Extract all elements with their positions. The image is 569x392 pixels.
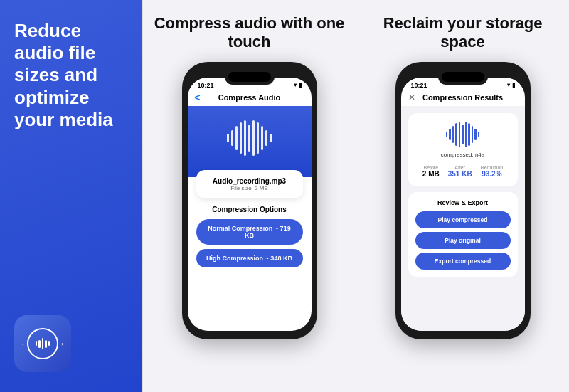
stat-after: After 351 KB bbox=[448, 165, 472, 178]
high-compression-button[interactable]: High Compression ~ 348 KB bbox=[196, 249, 303, 267]
waveform-bars-icon bbox=[36, 336, 50, 351]
play-compressed-button[interactable]: Play compressed bbox=[415, 211, 511, 228]
status-time-1: 10:21 bbox=[198, 82, 214, 89]
stat-after-value: 351 KB bbox=[448, 170, 472, 178]
screen1-blue-area bbox=[188, 106, 312, 177]
arrow-left-icon: ← bbox=[20, 338, 30, 349]
screen2-body: compressed.m4a Before 2 MB After 351 KB … bbox=[401, 106, 525, 331]
waveform-circle-icon bbox=[27, 328, 58, 359]
phone-screen-2: 10:21 ▾ ▮ ✕ Compression Results bbox=[401, 78, 525, 331]
panel3-title: Reclaim your storage space bbox=[363, 14, 562, 52]
phone-screen-1: 10:21 ▾ ▮ < Compress Audio bbox=[188, 78, 312, 331]
compression-options-section: Compression Options Normal Compression ~… bbox=[188, 198, 312, 331]
phone-notch-1 bbox=[225, 69, 275, 85]
status-time-2: 10:21 bbox=[411, 82, 427, 89]
normal-compression-button[interactable]: Normal Compression ~ 719 KB bbox=[196, 219, 303, 245]
panel2-title: Compress audio with one touch bbox=[150, 14, 349, 52]
panel1-title: Reduce audio file sizes and optimize you… bbox=[14, 20, 128, 131]
screen2-header: ✕ Compression Results bbox=[401, 90, 525, 106]
battery-icon-2: ▮ bbox=[512, 82, 515, 88]
phone-notch-pill-2 bbox=[442, 72, 484, 82]
panel-reduce: Reduce audio file sizes and optimize you… bbox=[0, 0, 142, 392]
close-button[interactable]: ✕ bbox=[408, 92, 415, 102]
export-section-title: Review & Export bbox=[415, 199, 511, 206]
result-waveform-icon bbox=[446, 122, 480, 147]
stat-reduction: Reduction 93.2% bbox=[481, 165, 504, 178]
file-name: Audio_recording.mp3 bbox=[205, 177, 294, 185]
stat-before-label: Before bbox=[422, 165, 440, 170]
stat-before: Before 2 MB bbox=[422, 165, 440, 178]
arrow-right-icon: → bbox=[55, 338, 65, 349]
stat-reduction-label: Reduction bbox=[481, 165, 504, 170]
wifi-icon-2: ▾ bbox=[507, 82, 510, 88]
screen2-header-title: Compression Results bbox=[408, 93, 518, 102]
back-button-1[interactable]: < bbox=[195, 92, 201, 103]
phone-notch-pill-1 bbox=[228, 72, 271, 82]
play-original-button[interactable]: Play original bbox=[415, 232, 511, 249]
stat-reduction-value: 93.2% bbox=[481, 170, 504, 178]
file-info-card: Audio_recording.mp3 File size: 2 MB bbox=[196, 170, 303, 198]
result-card: compressed.m4a Before 2 MB After 351 KB … bbox=[408, 113, 518, 186]
result-file-name: compressed.m4a bbox=[441, 152, 484, 158]
status-icons-1: ▾ ▮ bbox=[294, 82, 302, 88]
phone-mockup-1: 10:21 ▾ ▮ < Compress Audio bbox=[182, 62, 317, 339]
phone-notch-2 bbox=[438, 69, 488, 85]
export-compressed-button[interactable]: Export compressed bbox=[415, 253, 511, 270]
app-icon: ← → bbox=[14, 315, 71, 372]
status-icons-2: ▾ ▮ bbox=[507, 82, 515, 88]
panel-reclaim: Reclaim your storage space 10:21 ▾ ▮ ✕ C… bbox=[356, 0, 569, 392]
screen1-header-title: Compress Audio bbox=[195, 93, 304, 102]
screen1-header: < Compress Audio bbox=[188, 90, 312, 106]
waveform-large-icon bbox=[227, 120, 272, 156]
panel-compress: Compress audio with one touch 10:21 ▾ ▮ … bbox=[143, 0, 356, 392]
battery-icon: ▮ bbox=[299, 82, 302, 88]
wifi-icon: ▾ bbox=[294, 82, 297, 88]
file-size: File size: 2 MB bbox=[205, 185, 294, 191]
compression-options-title: Compression Options bbox=[196, 206, 303, 213]
export-section: Review & Export Play compressed Play ori… bbox=[408, 192, 518, 277]
result-stats: Before 2 MB After 351 KB Reduction 93.2% bbox=[422, 165, 503, 178]
stat-after-label: After bbox=[448, 165, 472, 170]
phone-mockup-2: 10:21 ▾ ▮ ✕ Compression Results bbox=[395, 62, 531, 339]
stat-before-value: 2 MB bbox=[422, 170, 440, 178]
